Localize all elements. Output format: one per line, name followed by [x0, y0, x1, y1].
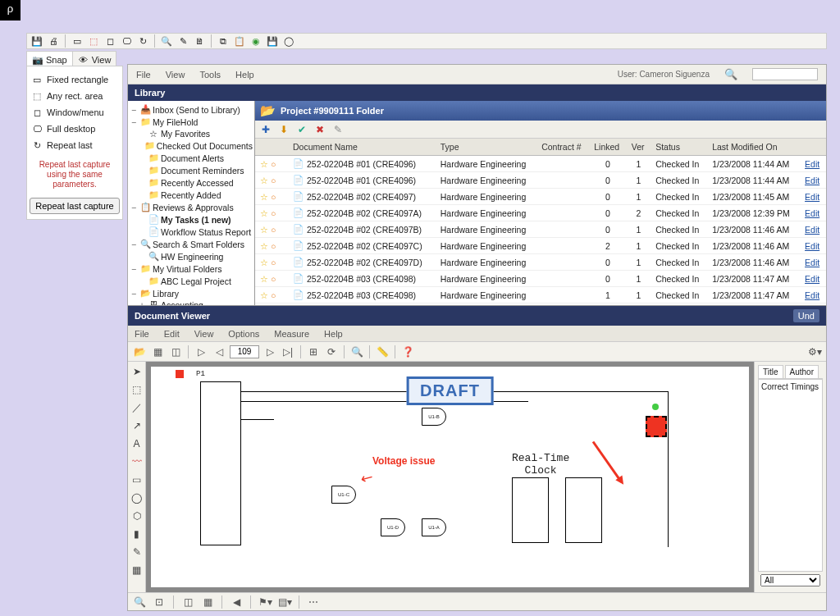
edit-link[interactable]: Edit: [805, 274, 819, 284]
favorite-icon[interactable]: ☆: [260, 159, 268, 169]
save-icon[interactable]: 💾: [30, 34, 43, 48]
selection-handle-icon[interactable]: [176, 370, 184, 378]
vmenu-edit[interactable]: Edit: [164, 329, 180, 339]
capture-mode-2[interactable]: ◻Window/menu: [30, 104, 120, 121]
red-marker-annotation[interactable]: [646, 416, 667, 437]
column-header[interactable]: Last Modified On: [707, 139, 800, 156]
vb-flag-icon[interactable]: ⚑▾: [258, 595, 272, 609]
vb-prev-icon[interactable]: ◀: [229, 595, 244, 609]
expander-icon[interactable]: −: [130, 289, 138, 299]
voltage-issue-annotation[interactable]: Voltage issue: [372, 455, 435, 467]
anyrect-icon[interactable]: ⬚: [87, 34, 100, 48]
v-fit-icon[interactable]: ⊞: [306, 345, 321, 359]
freehand-tool-icon[interactable]: 〰: [130, 455, 144, 468]
rect-tool-icon[interactable]: ▭: [130, 473, 144, 486]
expander-icon[interactable]: −: [130, 105, 138, 115]
tree-node[interactable]: 📁Checked Out Documents: [128, 139, 254, 152]
v-play-icon[interactable]: ▷: [194, 345, 208, 359]
column-header[interactable]: Ver: [627, 139, 651, 156]
annotation-list[interactable]: Correct Timings: [758, 379, 823, 572]
library-tree[interactable]: −📥Inbox (Send to Library)−📁My FileHold☆M…: [128, 101, 255, 305]
edit-link[interactable]: Edit: [805, 192, 819, 202]
desktop-icon[interactable]: 🖵: [120, 34, 133, 48]
expander-icon[interactable]: −: [130, 203, 138, 212]
table-row[interactable]: ☆ ○📄252-02204B #02 (CRE4097C)Hardware En…: [255, 238, 826, 254]
undo-button[interactable]: Und: [793, 309, 819, 322]
table-row[interactable]: ☆ ○📄252-02204B #02 (CRE4097D)Hardware En…: [255, 254, 826, 271]
circle-icon[interactable]: ◯: [282, 34, 295, 48]
favorite-icon[interactable]: ☆: [260, 192, 268, 202]
column-header[interactable]: Document Name: [288, 139, 436, 156]
document-grid[interactable]: Document NameTypeContract #LinkedVerStat…: [255, 139, 826, 305]
expander-icon[interactable]: −: [130, 117, 138, 127]
v-thumb-icon[interactable]: ◫: [168, 345, 183, 359]
column-header[interactable]: Linked: [589, 139, 627, 156]
pencil-icon[interactable]: ✎: [176, 34, 189, 48]
stamp-tool-icon[interactable]: ▦: [130, 564, 144, 577]
table-row[interactable]: ☆ ○📄252-02204B #03 (CRE4098)Hardware Eng…: [255, 271, 826, 287]
tree-node[interactable]: 📁Recently Added: [128, 189, 254, 201]
filter-all-select[interactable]: All: [760, 574, 820, 586]
right-tab-author[interactable]: Author: [785, 365, 819, 378]
zoom-icon[interactable]: 🔍: [160, 34, 173, 48]
vmenu-file[interactable]: File: [135, 329, 149, 339]
edit-link[interactable]: Edit: [805, 241, 819, 251]
edit-link[interactable]: Edit: [805, 176, 819, 185]
disk-icon[interactable]: 💾: [266, 34, 279, 48]
capture-mode-3[interactable]: 🖵Full desktop: [30, 121, 120, 137]
v-page-icon[interactable]: ▦: [150, 345, 165, 359]
menu-view[interactable]: View: [166, 70, 185, 80]
poly-tool-icon[interactable]: ⬡: [130, 509, 144, 522]
check-icon[interactable]: ✔: [296, 124, 308, 135]
vmenu-view[interactable]: View: [194, 329, 214, 339]
tree-node[interactable]: −📂Library: [128, 287, 254, 299]
expander-icon[interactable]: −: [130, 240, 138, 249]
page-input[interactable]: [230, 345, 259, 358]
menu-help[interactable]: Help: [235, 70, 254, 80]
v-open-icon[interactable]: 📂: [132, 345, 147, 359]
tree-node[interactable]: 📄Workflow Status Report: [128, 226, 254, 238]
tree-node[interactable]: −📥Inbox (Send to Library): [128, 103, 254, 116]
tree-node[interactable]: ☆My Favorites: [128, 128, 254, 139]
vb-layers-icon[interactable]: ▤▾: [277, 595, 292, 609]
v-prev-icon[interactable]: ◁: [212, 345, 226, 359]
copy-icon[interactable]: ⧉: [217, 34, 230, 48]
rect-icon[interactable]: ▭: [71, 34, 84, 48]
right-tab-title[interactable]: Title: [758, 365, 783, 378]
tree-node[interactable]: 🔍HW Engineering: [128, 250, 254, 262]
v-rotate-icon[interactable]: ⟳: [324, 345, 339, 359]
draft-stamp[interactable]: DRAFT: [406, 376, 494, 405]
vb-grid-icon[interactable]: ▦: [200, 595, 215, 609]
edit-link[interactable]: Edit: [805, 258, 819, 267]
edit-link[interactable]: Edit: [805, 290, 819, 300]
favorite-icon[interactable]: ☆: [260, 225, 268, 235]
tree-node[interactable]: −📁My Virtual Folders: [128, 262, 254, 275]
vb-fit-icon[interactable]: ⊡: [152, 595, 167, 609]
tree-node[interactable]: −🔍Search & Smart Folders: [128, 238, 254, 250]
print-icon[interactable]: 🖨: [47, 34, 60, 48]
download-icon[interactable]: ⬇: [278, 124, 290, 135]
vb-more-icon[interactable]: ⋯: [306, 595, 321, 609]
favorite-icon[interactable]: ☆: [260, 241, 268, 251]
v-settings-icon[interactable]: ⚙▾: [807, 345, 822, 359]
v-zoom-icon[interactable]: 🔍: [349, 345, 364, 359]
favorite-icon[interactable]: ☆: [260, 208, 268, 218]
v-next-icon[interactable]: ▷: [262, 345, 277, 359]
expander-icon[interactable]: +: [138, 300, 146, 305]
cancel-icon[interactable]: ✖: [314, 124, 326, 135]
paste-icon[interactable]: 📋: [233, 34, 246, 48]
tree-node[interactable]: +🗄Accounting: [128, 299, 254, 305]
play-green-icon[interactable]: ◉: [249, 34, 262, 48]
tree-node[interactable]: −📋Reviews & Approvals: [128, 201, 254, 213]
column-header[interactable]: Status: [651, 139, 707, 156]
tree-node[interactable]: 📄My Tasks (1 new): [128, 213, 254, 226]
select-tool-icon[interactable]: ⬚: [130, 383, 144, 396]
v-help-icon[interactable]: ❓: [400, 345, 415, 359]
favorite-icon[interactable]: ☆: [260, 274, 268, 284]
vmenu-help[interactable]: Help: [324, 329, 343, 339]
table-row[interactable]: ☆ ○📄252-02204B #02 (CRE4097)Hardware Eng…: [255, 189, 826, 205]
arrow-tool-icon[interactable]: ↗: [130, 419, 144, 432]
highlight-tool-icon[interactable]: ▮: [130, 527, 144, 541]
favorite-icon[interactable]: ☆: [260, 176, 268, 185]
column-header[interactable]: [800, 139, 826, 156]
